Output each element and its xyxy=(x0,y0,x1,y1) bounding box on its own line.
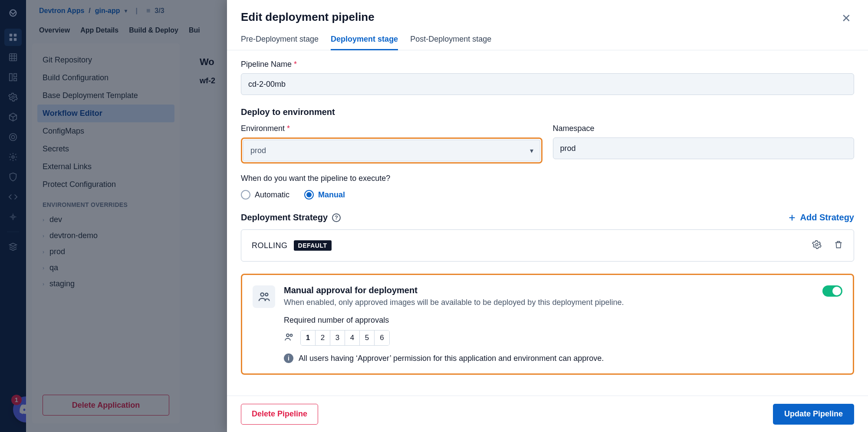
people-icon xyxy=(284,332,294,344)
svg-point-16 xyxy=(286,334,289,337)
svg-point-17 xyxy=(290,334,293,337)
strategy-name: ROLLING xyxy=(252,241,288,250)
approval-count-stepper[interactable]: 123456 xyxy=(300,330,390,346)
environment-highlight: ▾ xyxy=(241,137,542,164)
tab-post-deployment[interactable]: Post-Deployment stage xyxy=(410,35,491,50)
manual-approval-section: Manual approval for deployment When enab… xyxy=(241,274,854,375)
info-icon: i xyxy=(284,353,293,363)
environment-label: Environment * xyxy=(241,124,542,133)
users-icon xyxy=(253,285,275,308)
close-icon[interactable]: ✕ xyxy=(838,10,854,26)
pipeline-name-input[interactable] xyxy=(241,73,854,95)
deploy-section-heading: Deploy to environment xyxy=(241,107,854,117)
approval-description: When enabled, only approved images will … xyxy=(284,298,624,307)
approval-count-option[interactable]: 6 xyxy=(375,331,389,345)
approval-count-option[interactable]: 5 xyxy=(360,331,375,345)
execute-question: When do you want the pipeline to execute… xyxy=(241,174,854,183)
approval-toggle[interactable] xyxy=(822,285,842,297)
radio-automatic[interactable]: Automatic xyxy=(241,190,289,200)
delete-pipeline-button[interactable]: Delete Pipeline xyxy=(241,404,318,425)
update-pipeline-button[interactable]: Update Pipeline xyxy=(773,404,854,425)
svg-point-14 xyxy=(261,293,264,296)
add-strategy-button[interactable]: Add Strategy xyxy=(787,213,854,223)
radio-manual[interactable]: Manual xyxy=(304,190,345,200)
required-approvals-label: Required number of approvals xyxy=(284,316,842,325)
strategy-card: ROLLING DEFAULT xyxy=(241,229,854,262)
modal-footer: Delete Pipeline Update Pipeline xyxy=(227,396,868,432)
svg-point-13 xyxy=(815,243,818,246)
environment-select[interactable] xyxy=(243,140,540,161)
namespace-label: Namespace xyxy=(553,124,855,133)
approval-title: Manual approval for deployment xyxy=(284,285,624,295)
pipeline-name-label: Pipeline Name * xyxy=(241,60,854,69)
modal-tabs: Pre-Deployment stage Deployment stage Po… xyxy=(227,26,868,50)
svg-point-15 xyxy=(265,293,268,296)
modal-title: Edit deployment pipeline xyxy=(241,10,375,24)
tab-pre-deployment[interactable]: Pre-Deployment stage xyxy=(241,35,319,50)
approval-hint: All users having ‘Approver’ permission f… xyxy=(299,354,604,363)
gear-icon[interactable] xyxy=(812,240,822,251)
trash-icon[interactable] xyxy=(834,240,843,251)
default-badge: DEFAULT xyxy=(294,240,332,251)
strategy-heading: Deployment Strategy xyxy=(241,213,328,223)
approval-count-option[interactable]: 1 xyxy=(301,331,316,345)
approval-count-option[interactable]: 3 xyxy=(330,331,345,345)
tab-deployment[interactable]: Deployment stage xyxy=(331,35,398,50)
approval-count-option[interactable]: 2 xyxy=(316,331,330,345)
approval-count-option[interactable]: 4 xyxy=(345,331,360,345)
edit-pipeline-modal: Edit deployment pipeline ✕ Pre-Deploymen… xyxy=(227,0,868,432)
namespace-input[interactable] xyxy=(553,137,855,159)
info-icon[interactable]: ? xyxy=(332,213,341,222)
